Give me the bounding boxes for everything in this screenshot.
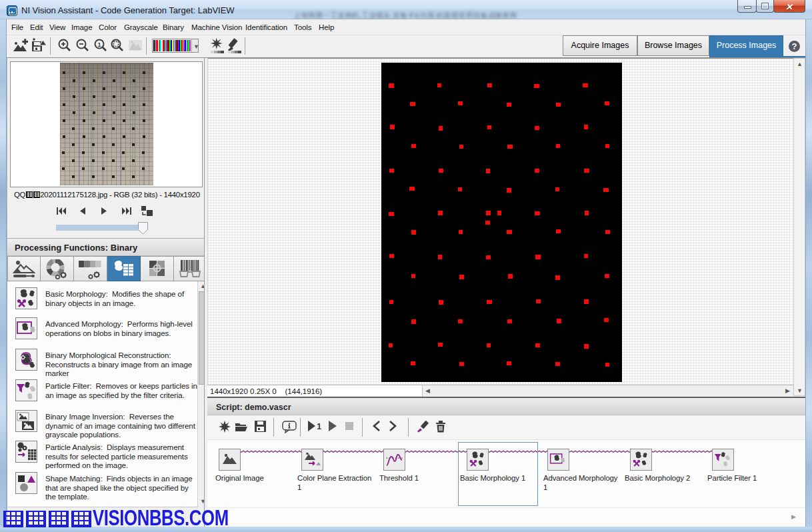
svg-text:1: 1 bbox=[317, 421, 321, 431]
svg-text:1: 1 bbox=[97, 41, 101, 48]
